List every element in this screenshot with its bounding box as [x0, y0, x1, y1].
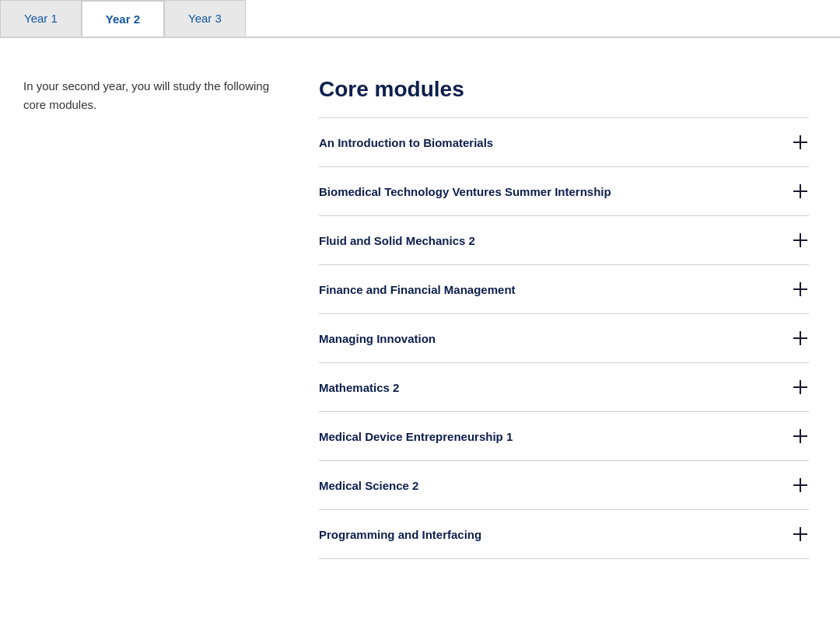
expand-icon[interactable]	[792, 379, 809, 396]
main-content: In your second year, you will study the …	[0, 38, 840, 582]
expand-icon[interactable]	[792, 428, 809, 445]
module-item[interactable]: Medical Science 2	[319, 460, 809, 509]
module-item[interactable]: Fluid and Solid Mechanics 2	[319, 215, 809, 264]
module-name: Managing Innovation	[319, 332, 436, 345]
module-item[interactable]: Medical Device Entrepreneurship 1	[319, 411, 809, 460]
description-text: In your second year, you will study the …	[23, 77, 288, 114]
tab-year3[interactable]: Year 3	[164, 0, 246, 37]
module-item[interactable]: Managing Innovation	[319, 313, 809, 362]
module-item[interactable]: An Introduction to Biomaterials	[319, 117, 809, 166]
module-name: An Introduction to Biomaterials	[319, 136, 493, 149]
expand-icon[interactable]	[792, 330, 809, 347]
module-name: Mathematics 2	[319, 381, 399, 394]
module-item[interactable]: Biomedical Technology Ventures Summer In…	[319, 166, 809, 215]
module-item[interactable]: Finance and Financial Management	[319, 264, 809, 313]
tab-bar: Year 1 Year 2 Year 3	[0, 0, 840, 38]
right-panel: Core modules An Introduction to Biomater…	[319, 77, 824, 559]
expand-icon[interactable]	[792, 477, 809, 494]
expand-icon[interactable]	[792, 232, 809, 249]
expand-icon[interactable]	[792, 526, 809, 543]
expand-icon[interactable]	[792, 134, 809, 151]
module-name: Finance and Financial Management	[319, 283, 516, 296]
section-title: Core modules	[319, 77, 809, 102]
module-name: Fluid and Solid Mechanics 2	[319, 234, 475, 247]
module-name: Programming and Interfacing	[319, 528, 481, 541]
module-name: Medical Device Entrepreneurship 1	[319, 430, 513, 443]
module-item[interactable]: Mathematics 2	[319, 362, 809, 411]
expand-icon[interactable]	[792, 183, 809, 200]
module-item[interactable]: Programming and Interfacing	[319, 509, 809, 559]
module-name: Biomedical Technology Ventures Summer In…	[319, 185, 611, 198]
modules-list: An Introduction to BiomaterialsBiomedica…	[319, 117, 809, 559]
expand-icon[interactable]	[792, 281, 809, 298]
left-panel: In your second year, you will study the …	[16, 77, 288, 559]
tab-year1[interactable]: Year 1	[0, 0, 82, 37]
tab-year2[interactable]: Year 2	[82, 0, 164, 37]
module-name: Medical Science 2	[319, 479, 418, 492]
